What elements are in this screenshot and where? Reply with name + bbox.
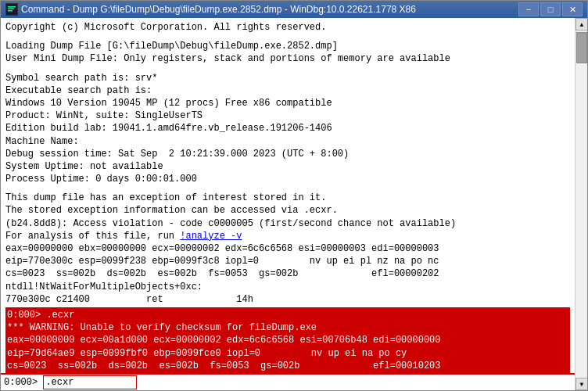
window-icon bbox=[5, 3, 18, 16]
line-2: Loading Dump File [G:\fileDump\Debug\fil… bbox=[5, 40, 570, 52]
line-1: Copyright (c) Microsoft Corporation. All… bbox=[5, 21, 570, 34]
input-prompt: 0:000> bbox=[4, 377, 43, 388]
line-9: Machine Name: bbox=[5, 135, 570, 148]
window-controls: − □ ✕ bbox=[518, 2, 583, 16]
terminal-output: Copyright (c) Microsoft Corporation. All… bbox=[1, 18, 575, 373]
line-21: 770e300c c21400 ret 14h bbox=[5, 293, 570, 306]
line-17: eax=00000000 ebx=00000000 ecx=00000002 e… bbox=[5, 242, 570, 255]
line-15: (b24.8dd8): Access violation - code c000… bbox=[5, 217, 570, 230]
blank-2 bbox=[5, 66, 570, 72]
line-5: Executable search path is: bbox=[5, 84, 570, 97]
scroll-track bbox=[575, 30, 587, 378]
minimize-button[interactable]: − bbox=[518, 2, 539, 16]
blank-1 bbox=[5, 34, 570, 40]
line-10: Debug session time: Sat Sep 2 10:21:39.0… bbox=[5, 148, 570, 160]
window-title: Command - Dump G:\fileDump\Debug\fileDum… bbox=[21, 4, 518, 15]
line-16: For analysis of this file, run !analyze … bbox=[5, 230, 570, 242]
line-8: Edition build lab: 19041.1.amd64fre.vb_r… bbox=[5, 122, 570, 135]
line-20: ntdll!NtWaitForMultipleObjects+0xc: bbox=[5, 281, 570, 293]
line-13: This dump file has an exception of inter… bbox=[5, 192, 570, 204]
svg-rect-2 bbox=[8, 9, 14, 10]
line-4: Symbol search path is: srv* bbox=[5, 72, 570, 84]
line-7: Product: WinNt, suite: SingleUserTS bbox=[5, 109, 570, 122]
scroll-down-button[interactable]: ▼ bbox=[575, 378, 587, 390]
maximize-button[interactable]: □ bbox=[540, 2, 561, 16]
svg-rect-3 bbox=[8, 10, 13, 12]
line-11: System Uptime: not available bbox=[5, 160, 570, 173]
highlight-line-3: eax=00000000 ecx=00a1d000 ecx=00000002 e… bbox=[7, 334, 568, 346]
main-window: Command - Dump G:\fileDump\Debug\fileDum… bbox=[0, 0, 588, 391]
highlight-line-5: cs=0023 ss=002b ds=002b es=002b fs=0053 … bbox=[7, 360, 568, 372]
scroll-thumb[interactable] bbox=[576, 32, 587, 63]
highlight-line-1: 0:000> .ecxr bbox=[7, 309, 568, 321]
line-19: cs=0023 ss=002b ds=002b es=002b fs=0053 … bbox=[5, 267, 570, 280]
command-input[interactable] bbox=[43, 375, 137, 389]
line-3: User Mini Dump File: Only registers, sta… bbox=[5, 52, 570, 65]
highlighted-section: 0:000> .ecxr *** WARNING: Unable to veri… bbox=[5, 307, 570, 373]
highlight-line-4: eip=79d64ae9 esp=0099fbf0 ebp=0099fce0 i… bbox=[7, 347, 568, 360]
close-button[interactable]: ✕ bbox=[562, 2, 583, 16]
input-bar: 0:000> bbox=[1, 373, 575, 390]
content-area: Copyright (c) Microsoft Corporation. All… bbox=[1, 18, 575, 390]
title-bar: Command - Dump G:\fileDump\Debug\fileDum… bbox=[1, 1, 587, 18]
highlight-line-2: *** WARNING: Unable to verify checksum f… bbox=[7, 321, 568, 334]
main-area: Copyright (c) Microsoft Corporation. All… bbox=[1, 18, 587, 390]
blank-3 bbox=[5, 185, 570, 192]
line-14: The stored exception information can be … bbox=[5, 204, 570, 217]
line-6: Windows 10 Version 19045 MP (12 procs) F… bbox=[5, 97, 570, 109]
line-12: Process Uptime: 0 days 0:00:01.000 bbox=[5, 173, 570, 185]
line-18: eip=770e300c esp=0099f238 ebp=0099f3c8 i… bbox=[5, 255, 570, 267]
svg-rect-1 bbox=[8, 6, 16, 8]
scroll-up-button[interactable]: ▲ bbox=[575, 18, 587, 30]
scrollbar-vertical: ▲ ▼ bbox=[575, 18, 587, 390]
analyze-link[interactable]: !analyze -v bbox=[180, 231, 242, 242]
